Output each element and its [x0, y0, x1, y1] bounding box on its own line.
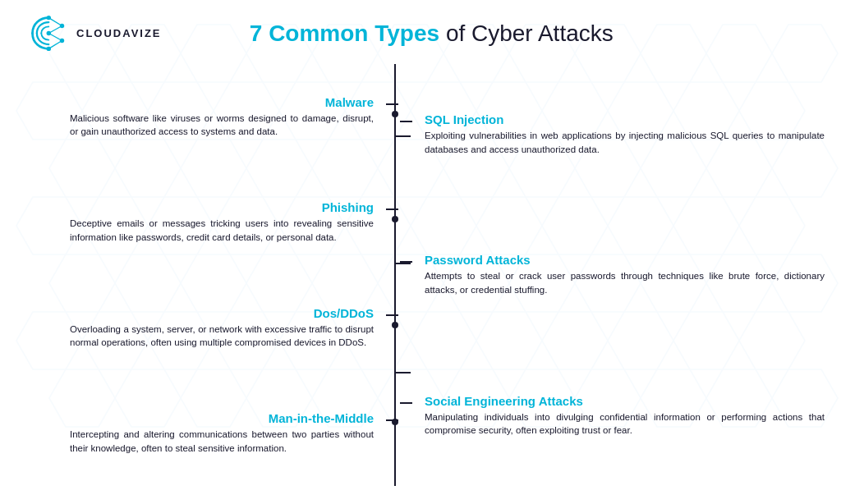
ddos-title: Dos/DDoS — [314, 306, 374, 320]
password-desc: Attempts to steal or crack user password… — [425, 269, 825, 296]
malware-title: Malware — [325, 95, 374, 109]
connector-line — [394, 64, 396, 486]
malware-desc: Malicious software like viruses or worms… — [70, 112, 374, 139]
svg-line-91 — [48, 34, 62, 41]
cloudavize-logo-icon — [25, 15, 70, 52]
mitm-title: Man-in-the-Middle — [269, 411, 374, 425]
title-rest: of Cyber Attacks — [446, 21, 614, 46]
social-desc: Manipulating individuals into divulging … — [425, 410, 825, 438]
password-title: Password Attacks — [425, 253, 825, 267]
page-title: 7 Common Types of Cyber Attacks — [178, 21, 816, 47]
phishing-title: Phishing — [322, 200, 374, 214]
mitm-desc: Intercepting and altering communications… — [70, 428, 374, 455]
connector-dot-1 — [392, 111, 398, 117]
attack-item-mitm: Man-in-the-Middle Intercepting and alter… — [16, 411, 386, 455]
connector-dot-4 — [392, 419, 398, 425]
header: CLOUDAVIZE 7 Common Types of Cyber Attac… — [0, 0, 841, 60]
sql-title: SQL Injection — [425, 112, 825, 126]
attack-item-password: Password Attacks Attempts to steal or cr… — [412, 253, 825, 296]
ddos-desc: Overloading a system, server, or network… — [70, 323, 374, 350]
logo-text: CLOUDAVIZE — [76, 27, 162, 39]
attack-item-sql: SQL Injection Exploiting vulnerabilities… — [412, 112, 825, 156]
phishing-desc: Deceptive emails or messages tricking us… — [70, 217, 374, 244]
right-connector-1 — [396, 135, 411, 137]
title-highlight: 7 Common Types — [250, 21, 439, 46]
attack-item-social: Social Engineering Attacks Manipulating … — [412, 394, 825, 438]
main-content: Malware Malicious software like viruses … — [0, 60, 841, 490]
svg-line-90 — [48, 26, 62, 34]
right-side: SQL Injection Exploiting vulnerabilities… — [396, 64, 825, 486]
attack-item-ddos: Dos/DDoS Overloading a system, server, o… — [16, 306, 386, 350]
sql-desc: Exploiting vulnerabilities in web applic… — [425, 129, 825, 156]
svg-line-92 — [48, 41, 62, 49]
social-title: Social Engineering Attacks — [425, 394, 825, 408]
right-connector-3 — [396, 372, 411, 373]
attack-item-phishing: Phishing Deceptive emails or messages tr… — [16, 200, 386, 244]
attack-item-malware: Malware Malicious software like viruses … — [16, 95, 386, 139]
connector-dot-3 — [392, 322, 398, 328]
logo-area: CLOUDAVIZE — [25, 15, 162, 52]
center-line — [394, 64, 396, 486]
svg-line-89 — [48, 18, 62, 26]
connector-dot-2 — [392, 216, 398, 222]
left-side: Malware Malicious software like viruses … — [16, 64, 394, 486]
